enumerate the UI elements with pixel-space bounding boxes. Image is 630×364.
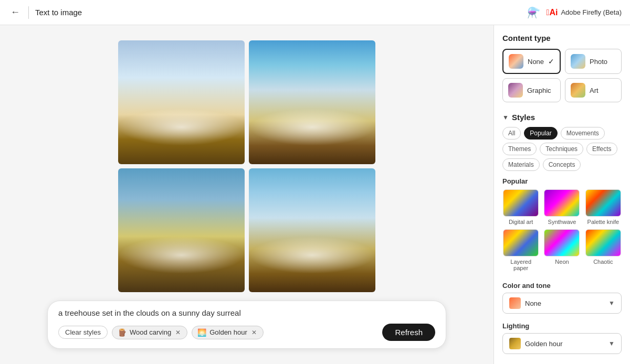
wood-carving-tag: 🪵 Wood carving ✕ xyxy=(112,326,187,339)
graphic-label: Graphic xyxy=(527,87,551,94)
filter-movements[interactable]: Movements xyxy=(561,127,605,140)
wood-carving-label: Wood carving xyxy=(130,328,171,336)
image-cell-4 xyxy=(249,168,375,292)
style-item-digital-art[interactable]: Digital art xyxy=(502,189,539,225)
color-tone-label: Color and tone xyxy=(502,282,622,290)
content-type-art[interactable]: Art xyxy=(565,78,622,102)
header-right: ⚗️ Ai Adobe Firefly (Beta) xyxy=(527,6,622,19)
synthwave-thumb xyxy=(544,189,580,217)
cloud-overlay-3 xyxy=(118,237,245,274)
page-title: Text to image xyxy=(35,8,82,17)
golden-hour-label: Golden hour xyxy=(209,328,247,336)
prompt-actions: Clear styles 🪵 Wood carving ✕ 🌅 Golden h… xyxy=(58,324,435,341)
adobe-logo: Ai xyxy=(547,8,558,17)
synthwave-label: Synthwave xyxy=(548,219,576,225)
image-cell-3 xyxy=(118,168,245,292)
palette-knife-thumb xyxy=(585,189,621,217)
color-tone-chevron-icon: ▼ xyxy=(608,299,615,307)
palette-knife-label: Palette knife xyxy=(587,219,620,225)
brand-logo-area: Ai Adobe Firefly (Beta) xyxy=(547,8,622,17)
generated-image-2 xyxy=(249,40,375,164)
filter-concepts[interactable]: Concepts xyxy=(543,158,581,171)
generated-image-3 xyxy=(118,168,245,292)
filter-effects[interactable]: Effects xyxy=(586,143,617,155)
layered-paper-label: Layered paper xyxy=(502,259,539,271)
none-label: None xyxy=(528,58,544,66)
filter-popular[interactable]: Popular xyxy=(524,127,557,140)
filter-techniques[interactable]: Techniques xyxy=(540,143,583,155)
style-item-neon[interactable]: Neon xyxy=(543,229,580,271)
generated-image-1 xyxy=(118,40,245,164)
image-grid xyxy=(118,40,375,292)
filter-themes[interactable]: Themes xyxy=(502,143,537,155)
style-grid: Digital art Synthwave Palette knife Laye… xyxy=(502,189,622,271)
right-panel: Content type None ✓ Photo Graphic Art xyxy=(494,25,630,364)
flask-icon: ⚗️ xyxy=(527,6,540,19)
style-item-palette-knife[interactable]: Palette knife xyxy=(585,189,622,225)
app-header: ← Text to image ⚗️ Ai Adobe Firefly (Be… xyxy=(0,0,630,25)
cloud-overlay-2 xyxy=(249,109,375,146)
cloud-overlay-1 xyxy=(118,109,245,146)
brand-name: Adobe Firefly (Beta) xyxy=(561,8,622,16)
main-layout: a treehouse set in the clouds on a sunny… xyxy=(0,25,630,364)
wood-carving-remove-button[interactable]: ✕ xyxy=(174,329,182,336)
color-tone-dropdown[interactable]: None ▼ xyxy=(502,293,622,314)
style-item-chaotic[interactable]: Chaotic xyxy=(585,229,622,271)
digital-art-thumb xyxy=(503,189,539,217)
color-tone-value: None xyxy=(525,299,604,307)
golden-hour-remove-button[interactable]: ✕ xyxy=(250,329,258,336)
art-label: Art xyxy=(590,87,598,94)
popular-label: Popular xyxy=(502,177,622,185)
styles-header[interactable]: ▼ Styles xyxy=(502,113,622,122)
content-type-graphic[interactable]: Graphic xyxy=(502,78,561,102)
content-area: a treehouse set in the clouds on a sunny… xyxy=(0,25,494,364)
clear-styles-button[interactable]: Clear styles xyxy=(58,326,108,339)
styles-chevron-icon: ▼ xyxy=(502,114,509,121)
lighting-dropdown[interactable]: Golden hour ▼ xyxy=(502,333,622,354)
golden-hour-icon: 🌅 xyxy=(197,328,206,337)
header-divider xyxy=(28,6,29,19)
lighting-label: Lighting xyxy=(502,322,622,330)
none-checkmark: ✓ xyxy=(548,57,554,66)
image-cell-2 xyxy=(249,40,375,164)
chaotic-thumb xyxy=(585,229,621,256)
style-item-synthwave[interactable]: Synthwave xyxy=(543,189,580,225)
graphic-icon xyxy=(508,83,523,98)
color-tone-icon xyxy=(509,297,521,309)
content-type-title: Content type xyxy=(502,34,622,42)
filter-all[interactable]: All xyxy=(502,127,521,140)
neon-thumb xyxy=(544,229,580,256)
photo-label: Photo xyxy=(590,58,607,66)
refresh-button[interactable]: Refresh xyxy=(382,324,435,341)
photo-icon xyxy=(571,54,585,69)
back-button[interactable]: ← xyxy=(8,5,22,20)
color-tone-section: Color and tone None ▼ xyxy=(502,282,622,314)
lighting-value: Golden hour xyxy=(525,340,604,348)
prompt-area: a treehouse set in the clouds on a sunny… xyxy=(47,301,446,349)
content-type-grid: None ✓ Photo Graphic Art xyxy=(502,49,622,102)
golden-hour-tag: 🌅 Golden hour ✕ xyxy=(192,326,264,339)
digital-art-label: Digital art xyxy=(509,219,533,225)
style-item-layered-paper[interactable]: Layered paper xyxy=(502,229,539,271)
lighting-chevron-icon: ▼ xyxy=(608,340,615,347)
generated-image-4 xyxy=(249,168,375,292)
wood-carving-icon: 🪵 xyxy=(118,328,127,337)
chaotic-label: Chaotic xyxy=(593,259,613,265)
lighting-section: Lighting Golden hour ▼ xyxy=(502,322,622,354)
style-filter-tabs: All Popular Movements Themes Techniques … xyxy=(502,127,622,171)
neon-label: Neon xyxy=(555,259,569,265)
lighting-icon xyxy=(509,338,521,349)
none-icon xyxy=(509,54,523,69)
content-type-none[interactable]: None ✓ xyxy=(502,49,561,74)
content-type-photo[interactable]: Photo xyxy=(565,49,622,74)
styles-section: ▼ Styles All Popular Movements Themes Te… xyxy=(502,113,622,271)
styles-title: Styles xyxy=(512,113,535,122)
filter-materials[interactable]: Materials xyxy=(502,158,540,171)
prompt-text: a treehouse set in the clouds on a sunny… xyxy=(58,308,435,317)
cloud-overlay-4 xyxy=(249,237,375,274)
layered-paper-thumb xyxy=(503,229,539,256)
art-icon xyxy=(571,83,585,98)
image-cell-1 xyxy=(118,40,245,164)
